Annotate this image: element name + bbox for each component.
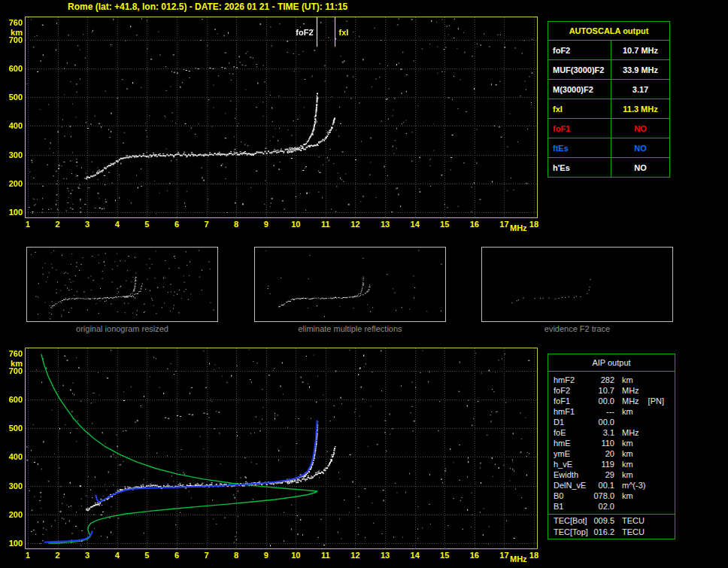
aip-param-value: 20 <box>590 448 614 459</box>
autoscala-row: MUF(3000)F233.9 MHz <box>548 60 669 80</box>
aip-param-unit: MHz <box>614 427 639 438</box>
x-tick-label: 13 <box>377 551 393 560</box>
x-tick-label: 16 <box>466 220 483 229</box>
autoscala-row: ftEsNO <box>548 138 669 158</box>
station-date-title: Rome (lat: +41.8, lon: 012.5) - DATE: 20… <box>68 2 347 12</box>
aip-tec-unit: TECU <box>614 527 645 538</box>
aip-param-unit: km <box>614 491 633 501</box>
aip-row: B0078.0km <box>548 491 675 501</box>
x-tick-label: 8 <box>228 551 244 560</box>
autoscala-param-label: MUF(3000)F2 <box>548 60 611 79</box>
autoscala-row: foF210.7 MHz <box>548 41 669 60</box>
thumbnail-caption: eliminate multiple reflections <box>254 324 446 333</box>
y-tick-label: 500 <box>3 93 23 102</box>
aip-param-note <box>633 448 642 459</box>
aip-row: hmE110km <box>548 438 675 448</box>
thumbnail-f2-trace <box>481 247 673 322</box>
aip-param-note <box>633 438 642 448</box>
aip-tec-label: TEC[Bot] <box>548 515 590 527</box>
aip-param-note <box>639 427 648 438</box>
aip-param-label: B1 <box>548 501 590 512</box>
autoscala-row: foF1NO <box>548 119 669 138</box>
aip-row: hmF1---km <box>548 406 675 417</box>
aip-param-value: 282 <box>590 375 614 385</box>
y-tick-label: 760 <box>3 18 23 27</box>
aip-row: Ewidth29km <box>548 469 675 480</box>
x-tick-label: 5 <box>138 551 155 560</box>
autoscala-param-value: 33.9 MHz <box>611 60 669 79</box>
x-tick-label: 17 <box>496 220 512 229</box>
aip-param-unit: km <box>614 459 633 469</box>
thumbnail-canvas <box>255 248 445 321</box>
x-tick-label: 1 <box>20 551 36 560</box>
aip-tec-value: 016.2 <box>590 527 614 538</box>
aip-param-value: 00.0 <box>590 417 614 427</box>
x-tick-label: 14 <box>407 551 423 560</box>
aip-param-unit: km <box>614 375 633 385</box>
aip-param-value: 02.0 <box>590 501 614 512</box>
aip-param-value: 10.7 <box>590 385 614 396</box>
scaled-ionogram-plot <box>25 17 538 218</box>
x-tick-label: 5 <box>138 220 155 229</box>
autoscala-param-value: NO <box>611 158 669 177</box>
aip-param-label: D1 <box>548 417 590 427</box>
x-tick-label: 18 <box>526 551 542 560</box>
y-tick-label: 300 <box>3 481 23 491</box>
aip-param-note <box>633 406 642 417</box>
x-tick-label: 18 <box>526 220 542 229</box>
aip-tec-row: TEC[Top]016.2TECU <box>548 527 675 538</box>
x-tick-label: 11 <box>317 220 334 229</box>
x-tick-label: 6 <box>168 551 185 560</box>
aip-row: foF100.0MHz[PN] <box>548 396 675 406</box>
aip-param-unit: MHz <box>614 385 639 396</box>
x-tick-label: 4 <box>109 551 126 560</box>
autoscala-param-value: NO <box>611 119 669 138</box>
x-tick-label: 12 <box>347 220 363 229</box>
aip-param-note <box>622 501 631 512</box>
aip-output-title: AIP output <box>548 354 675 372</box>
y-tick-label: 700 <box>3 35 23 44</box>
autoscala-output-title: AUTOSCALA output <box>548 22 669 41</box>
aip-param-note <box>639 385 648 396</box>
aip-rows: hmF2282kmfoF210.7MHzfoF100.0MHz[PN]hmF1-… <box>548 372 675 514</box>
autoscala-param-value: 11.3 MHz <box>611 99 669 118</box>
x-tick-label: 15 <box>436 551 453 560</box>
aip-param-note <box>622 417 631 427</box>
autoscala-param-value: 3.17 <box>611 80 669 99</box>
autoscala-param-label: M(3000)F2 <box>548 80 611 99</box>
aip-tec-value: 009.5 <box>590 515 614 527</box>
aip-tec-row: TEC[Bot]009.5TECU <box>548 515 675 527</box>
thumbnail-eliminate-reflections <box>254 247 446 322</box>
y-tick-label: 200 <box>3 179 23 188</box>
aip-param-value: 078.0 <box>590 491 614 501</box>
aip-row: foE3.1MHz <box>548 427 675 438</box>
aip-param-unit <box>614 501 622 512</box>
thumbnail-caption: evidence F2 trace <box>481 324 673 333</box>
x-tick-label: 2 <box>50 220 66 229</box>
aip-param-unit: km <box>614 406 633 417</box>
x-tick-label: 9 <box>258 220 275 229</box>
aip-param-value: 119 <box>590 459 614 469</box>
aip-param-value: --- <box>590 406 614 417</box>
aip-row: DelN_vE00.1m^(-3) <box>548 480 675 491</box>
y-tick-label: 400 <box>3 452 23 461</box>
y-tick-label: 500 <box>3 424 23 433</box>
autoscala-param-value: 10.7 MHz <box>611 41 669 59</box>
aip-tec-rows: TEC[Bot]009.5TECUTEC[Top]016.2TECU <box>548 514 675 539</box>
x-tick-label: 10 <box>287 551 304 560</box>
x-tick-label: 1 <box>20 220 36 229</box>
aip-param-unit: MHz <box>614 396 639 406</box>
y-tick-label: 600 <box>3 395 23 404</box>
x-tick-label: 15 <box>436 220 453 229</box>
aip-param-unit: km <box>614 438 633 448</box>
y-tick-label: 100 <box>3 539 23 548</box>
x-tick-label: 7 <box>199 551 215 560</box>
aip-param-unit <box>614 417 622 427</box>
aip-row: D100.0 <box>548 417 675 427</box>
aip-row: hmF2282km <box>548 375 675 385</box>
aip-param-note: [PN] <box>639 396 664 406</box>
x-tick-label: 17 <box>496 551 512 560</box>
aip-param-label: h_vE <box>548 459 590 469</box>
aip-row: B102.0 <box>548 501 675 512</box>
thumbnail-caption: original ionogram resized <box>26 324 218 333</box>
